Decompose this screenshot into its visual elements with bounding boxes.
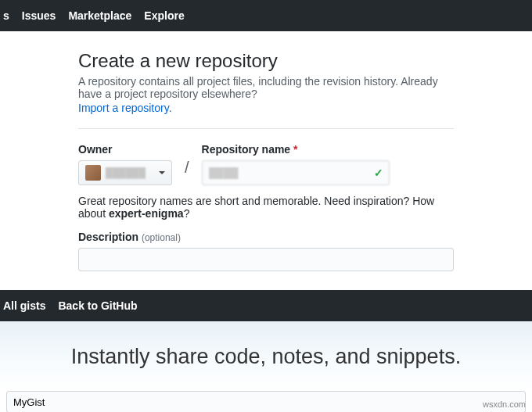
nav-item-explore[interactable]: Explore [144,9,184,22]
owner-name: ██████ [106,167,154,178]
divider [78,128,454,129]
description-input[interactable] [78,248,454,271]
nav-item-marketplace[interactable]: Marketplace [68,9,131,22]
github-topnav: s Issues Marketplace Explore [0,0,532,31]
owner-repo-slash: / [185,143,189,177]
watermark: wsxdn.com [483,399,526,409]
chevron-down-icon [159,171,165,174]
description-field: Description (optional) [78,231,454,271]
page-subtitle: A repository contains all project files,… [78,75,454,100]
gist-description-input[interactable] [6,391,526,412]
page-title: Create a new repository [78,50,454,72]
gist-hero-text: Instantly share code, notes, and snippet… [0,321,532,391]
suggested-name[interactable]: expert-enigma [109,207,184,220]
nav-all-gists[interactable]: All gists [3,299,45,312]
check-icon: ✓ [374,167,383,179]
nav-item-issues[interactable]: Issues [22,9,56,22]
description-label: Description (optional) [78,231,181,243]
create-repo-form: Create a new repository A repository con… [0,31,532,281]
owner-dropdown[interactable]: ██████ [78,160,172,185]
repo-name-field: Repository name * ✓ [202,143,390,185]
gist-topnav: All gists Back to GitHub [0,290,532,321]
avatar [85,165,101,181]
name-suggestion: Great repository names are short and mem… [78,195,454,220]
nav-back-github[interactable]: Back to GitHub [58,299,137,312]
owner-field: Owner ██████ [78,143,172,185]
repo-name-label: Repository name * [202,143,390,156]
owner-label: Owner [78,143,172,156]
import-repo-link[interactable]: Import a repository. [78,102,172,114]
nav-item-pulls-fragment[interactable]: s [3,9,9,22]
repo-name-input[interactable] [202,160,390,185]
owner-name-row: Owner ██████ / Repository name * ✓ [78,143,454,185]
